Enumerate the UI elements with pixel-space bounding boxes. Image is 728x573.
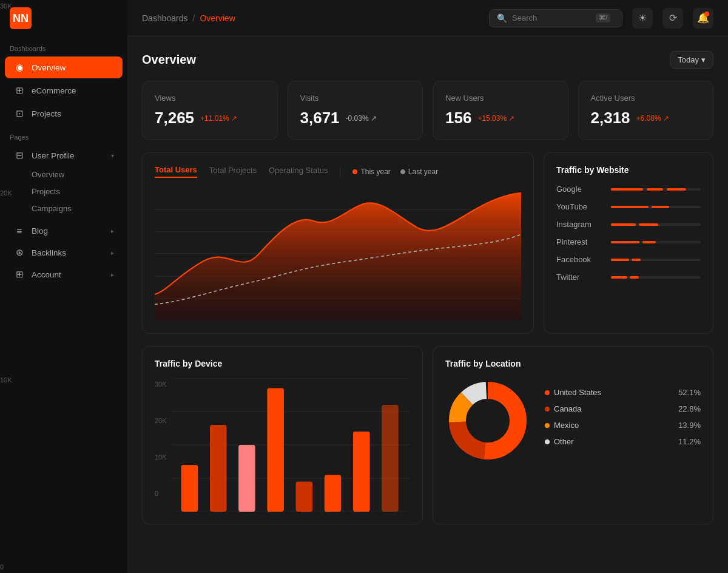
page-title: Overview <box>142 53 196 67</box>
ecommerce-icon: ⊞ <box>13 84 25 97</box>
traffic-name-youtube: YouTube <box>556 202 605 211</box>
stat-change-newusers: +15.03% ↗ <box>477 114 514 123</box>
device-bar-chart <box>172 378 410 512</box>
breadcrumb-parent[interactable]: Dashboards <box>142 13 188 23</box>
chart-tab-totalusers[interactable]: Total Users <box>155 165 197 178</box>
loc-item-other: Other 11.2% <box>545 437 701 446</box>
svg-rect-16 <box>324 475 341 512</box>
loc-left-us: United States <box>545 388 601 397</box>
loc-left-mx: Mexico <box>545 421 579 430</box>
traffic-bar-twitter <box>611 276 701 279</box>
account-icon: ⊞ <box>13 268 25 280</box>
loc-dot-other <box>545 439 550 444</box>
device-chart-container: 30K 20K 10K 0 <box>155 378 410 512</box>
stat-row-activeusers: 2,318 +6.08% ↗ <box>591 109 701 127</box>
sidebar-item-projects[interactable]: ⊡ Projects <box>5 103 123 124</box>
loc-item-ca: Canada 22.8% <box>545 404 701 413</box>
svg-rect-17 <box>353 432 370 512</box>
projects-icon: ⊡ <box>13 107 25 120</box>
loc-pct-other: 11.2% <box>678 437 701 446</box>
stat-label-visits: Visits <box>300 93 411 103</box>
chart-tab-totalprojects[interactable]: Total Projects <box>209 166 257 177</box>
history-icon-button[interactable]: ⟳ <box>662 8 683 29</box>
loc-dot-ca <box>545 407 550 412</box>
device-y-30k: 30K <box>155 381 167 388</box>
traffic-bar-facebook <box>611 259 701 261</box>
breadcrumb: Dashboards / Overview <box>142 13 235 23</box>
sidebar-item-ecommerce[interactable]: ⊞ eCommerce <box>5 80 123 101</box>
breadcrumb-separator: / <box>193 13 195 23</box>
trend-down-icon: ↗ <box>371 114 377 123</box>
traffic-bar-seg <box>642 241 656 243</box>
legend-this-year: This year <box>352 168 390 176</box>
traffic-bar-seg <box>639 223 659 226</box>
search-input[interactable] <box>512 13 591 22</box>
legend-dot-lastyear <box>400 169 405 174</box>
chart-tab-operatingstatus[interactable]: Operating Status <box>269 166 328 177</box>
bottom-row: Traffic by Device 30K 20K 10K 0 <box>142 346 713 524</box>
overview-icon: ◉ <box>13 61 25 73</box>
sidebar-item-backlinks[interactable]: ⊛ Backlinks ▸ <box>5 242 123 263</box>
device-chart-svg <box>172 378 410 512</box>
loc-label-us: United States <box>554 388 601 397</box>
traffic-item-youtube: YouTube <box>556 202 701 211</box>
traffic-name-facebook: Facebook <box>556 255 605 264</box>
sidebar-item-userprofile[interactable]: ⊟ User Profile ▾ <box>5 145 123 166</box>
stats-grid: Views 7,265 +11.01% ↗ Visits 3,671 -0.03… <box>142 81 713 140</box>
today-button[interactable]: Today ▾ <box>670 51 713 69</box>
traffic-website-card: Traffic by Website Google YouTube <box>544 152 713 334</box>
loc-label-mx: Mexico <box>554 421 579 430</box>
notification-button[interactable]: 🔔 <box>693 8 713 29</box>
traffic-item-google: Google <box>556 185 701 194</box>
content-area: Overview Today ▾ Views 7,265 +11.01% ↗ V… <box>127 36 728 573</box>
sidebar-item-account[interactable]: ⊞ Account ▸ <box>5 264 123 285</box>
sidebar-sub-item-projects[interactable]: Projects <box>32 183 123 200</box>
traffic-bar-seg <box>652 206 670 208</box>
traffic-bar-seg <box>611 241 639 243</box>
device-chart-card: Traffic by Device 30K 20K 10K 0 <box>142 346 423 524</box>
sidebar: NN Dashboards ◉ Overview ⊞ eCommerce ⊡ P… <box>0 0 127 573</box>
loc-label-other: Other <box>554 437 574 446</box>
sidebar-sub-item-campaigns[interactable]: Campaigns <box>32 200 123 217</box>
stat-value-newusers: 156 <box>445 109 471 127</box>
expand-arrow-icon: ▾ <box>111 152 114 159</box>
legend-dot-thisyear <box>352 169 357 174</box>
stat-label-activeusers: Active Users <box>591 93 701 103</box>
sidebar-item-blog[interactable]: ≡ Blog ▸ <box>5 220 123 241</box>
stat-row-views: 7,265 +11.01% ↗ <box>155 109 265 127</box>
traffic-bar-seg <box>667 188 687 191</box>
stat-row-newusers: 156 +15.03% ↗ <box>445 109 556 127</box>
sidebar-group-label: Blog <box>32 226 48 236</box>
area-chart-card: Total Users Total Projects Operating Sta… <box>142 152 534 334</box>
svg-rect-14 <box>267 388 284 512</box>
location-chart-card: Traffic by Location <box>433 346 713 524</box>
expand-arrow-icon: ▸ <box>111 249 114 256</box>
svg-rect-15 <box>295 482 312 512</box>
loc-dot-mx <box>545 423 550 428</box>
stat-change-views: +11.01% ↗ <box>200 114 237 123</box>
expand-arrow-icon: ▸ <box>111 228 114 234</box>
stat-change-visits: -0.03% ↗ <box>346 114 377 123</box>
sidebar-sub-item-overview[interactable]: Overview <box>32 166 123 183</box>
stat-card-activeusers: Active Users 2,318 +6.08% ↗ <box>578 81 714 140</box>
location-inner: United States 52.1% Canada 22.8% <box>445 378 701 463</box>
expand-arrow-icon: ▸ <box>111 271 114 278</box>
legend-label-thisyear: This year <box>360 168 390 176</box>
traffic-bar-pinterest <box>611 241 701 243</box>
stat-value-views: 7,265 <box>155 109 194 127</box>
traffic-bar-seg <box>611 206 649 208</box>
area-chart <box>155 188 521 321</box>
trend-up-icon: ↗ <box>663 114 669 123</box>
theme-toggle-button[interactable]: ☀ <box>632 8 653 29</box>
traffic-bar-instagram <box>611 223 701 226</box>
sidebar-section-pages: Pages <box>0 125 127 144</box>
content-header: Overview Today ▾ <box>142 51 713 69</box>
svg-rect-13 <box>238 445 255 512</box>
sidebar-group-label: Account <box>32 270 61 279</box>
sidebar-sub-userprofile: Overview Projects Campaigns <box>0 166 127 217</box>
area-chart-container: 30K 20K 10K 0 <box>155 188 521 321</box>
stat-value-activeusers: 2,318 <box>591 109 630 127</box>
search-box[interactable]: 🔍 ⌘/ <box>489 9 622 27</box>
sidebar-item-overview[interactable]: ◉ Overview <box>5 56 123 78</box>
breadcrumb-current: Overview <box>200 13 235 23</box>
